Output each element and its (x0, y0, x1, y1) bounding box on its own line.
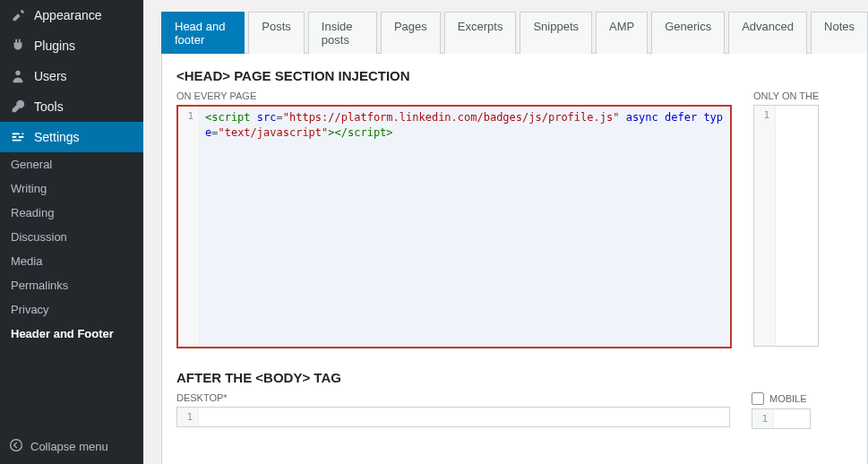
tab-inside-posts[interactable]: Inside posts (308, 12, 377, 54)
tab-bar: Head and footer Posts Inside posts Pages… (161, 11, 868, 54)
svg-point-1 (11, 440, 22, 451)
collapse-menu-button[interactable]: Collapse menu (0, 429, 143, 464)
admin-sidebar: Appearance Plugins Users Tools Settings … (0, 0, 143, 464)
tab-excerpts[interactable]: Excerpts (444, 12, 517, 54)
tab-snippets[interactable]: Snippets (520, 12, 592, 54)
sidebar-sub-privacy[interactable]: Privacy (0, 297, 143, 322)
sidebar-sub-reading[interactable]: Reading (0, 201, 143, 225)
sidebar-sub-discussion[interactable]: Discussion (0, 225, 143, 249)
tab-amp[interactable]: AMP (596, 12, 648, 54)
label-only-on-the: ONLY ON THE (753, 90, 819, 101)
tab-content: <HEAD> PAGE SECTION INJECTION ON EVERY P… (161, 54, 868, 464)
sidebar-item-label: Plugins (34, 39, 75, 53)
collapse-label: Collapse menu (30, 440, 108, 453)
tab-advanced[interactable]: Advanced (728, 12, 807, 54)
section-head-title: <HEAD> PAGE SECTION INJECTION (176, 68, 867, 83)
sidebar-item-users[interactable]: Users (0, 61, 143, 91)
tab-pages[interactable]: Pages (381, 12, 441, 54)
label-on-every-page: ON EVERY PAGE (176, 90, 732, 101)
code-editor-body-desktop[interactable]: 1 (176, 407, 730, 427)
label-desktop: DESKTOP* (176, 392, 730, 403)
code-editor-head-every-page[interactable]: 1 <script src="https://platform.linkedin… (176, 105, 732, 348)
code-content[interactable]: <script src="https://platform.linkedin.c… (200, 107, 730, 347)
sidebar-sub-header-footer[interactable]: Header and Footer (0, 322, 143, 346)
sidebar-item-label: Tools (34, 99, 64, 114)
tab-head-and-footer[interactable]: Head and footer (161, 12, 245, 54)
code-content[interactable] (774, 409, 810, 422)
sidebar-item-appearance[interactable]: Appearance (0, 0, 143, 30)
sidebar-item-tools[interactable]: Tools (0, 91, 143, 122)
code-editor-head-only-on[interactable]: 1 (753, 105, 819, 347)
collapse-icon (9, 438, 23, 455)
gutter-line-number: 1 (752, 409, 774, 428)
sidebar-item-label: Appearance (34, 8, 102, 22)
tab-generics[interactable]: Generics (651, 12, 725, 54)
sliders-icon (9, 129, 27, 145)
gutter-line-number: 1 (177, 408, 199, 426)
mobile-checkbox[interactable] (752, 392, 764, 405)
sidebar-sub-media[interactable]: Media (0, 249, 143, 273)
sidebar-sub-writing[interactable]: Writing (0, 176, 143, 201)
sidebar-item-label: Users (34, 69, 67, 83)
code-content[interactable] (199, 408, 729, 420)
plug-icon (9, 38, 27, 54)
code-content[interactable] (776, 106, 812, 346)
brush-icon (9, 7, 27, 23)
tab-notes[interactable]: Notes (811, 12, 868, 54)
sidebar-item-label: Settings (34, 130, 80, 144)
sidebar-sub-general[interactable]: General (0, 152, 143, 176)
sidebar-sub-permalinks[interactable]: Permalinks (0, 273, 143, 297)
wrench-icon (9, 99, 27, 115)
tab-posts[interactable]: Posts (248, 12, 305, 54)
main-content: Head and footer Posts Inside posts Pages… (143, 0, 868, 464)
svg-point-0 (15, 71, 20, 75)
label-mobile: MOBILE (769, 393, 807, 404)
gutter-line-number: 1 (178, 107, 200, 347)
code-editor-body-mobile[interactable]: 1 (752, 408, 811, 429)
section-body-title: AFTER THE <BODY> TAG (176, 370, 867, 385)
sidebar-item-plugins[interactable]: Plugins (0, 30, 143, 61)
sidebar-item-settings[interactable]: Settings (0, 122, 143, 152)
gutter-line-number: 1 (754, 106, 776, 346)
user-icon (9, 68, 27, 84)
